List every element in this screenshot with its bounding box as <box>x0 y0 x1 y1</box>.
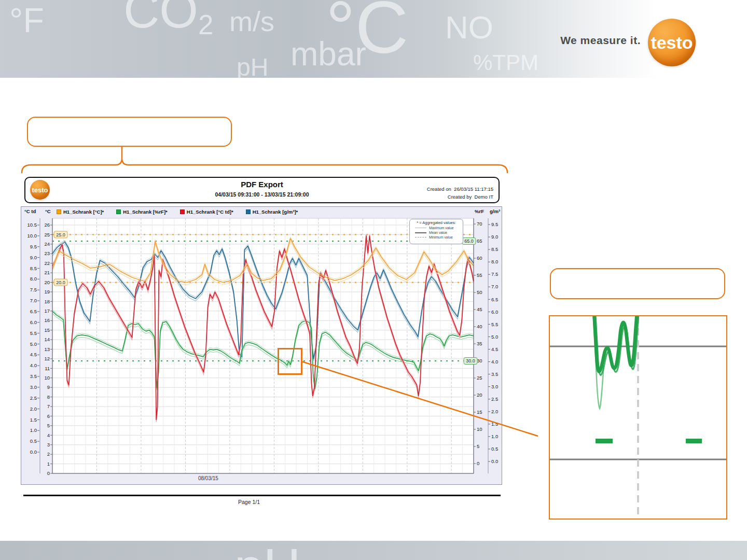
zoom-detail-box <box>549 315 727 520</box>
svg-text:15: 15 <box>477 409 482 415</box>
top-banner: °FCO2m/s°CNOmbarpH%TPM We measure it. te… <box>0 0 747 78</box>
svg-text:4.0: 4.0 <box>30 362 37 368</box>
svg-text:1: 1 <box>47 461 50 467</box>
svg-text:6: 6 <box>47 413 50 419</box>
svg-text:25: 25 <box>477 375 482 381</box>
max-line-sample <box>415 228 426 228</box>
empty-callout-box-right <box>550 268 725 299</box>
svg-text:5.0: 5.0 <box>30 341 37 347</box>
svg-text:7.5: 7.5 <box>30 287 37 292</box>
svg-text:0: 0 <box>47 470 50 476</box>
svg-text:0.0: 0.0 <box>491 458 498 464</box>
svg-text:7: 7 <box>47 403 50 409</box>
svg-text:16: 16 <box>44 317 50 323</box>
svg-text:1.0: 1.0 <box>30 427 37 433</box>
svg-text:5.0: 5.0 <box>491 334 498 340</box>
axis-caption-ctd: °C td <box>24 208 36 214</box>
svg-text:22: 22 <box>44 260 50 266</box>
svg-text:10: 10 <box>44 375 50 381</box>
legend-swatch <box>180 209 185 214</box>
axis-caption-rf: %rF <box>475 208 484 214</box>
legend-swatch <box>116 209 121 214</box>
unit-watermark: NO <box>445 11 493 44</box>
testo-logo: testo <box>648 19 696 66</box>
svg-text:65.0: 65.0 <box>464 239 474 244</box>
svg-text:26: 26 <box>44 222 50 228</box>
unit-watermark: CO2 <box>123 0 213 39</box>
created-by-line: Created by Demo IT <box>427 193 493 201</box>
svg-text:30: 30 <box>477 358 482 363</box>
zoom-region-highlight-box <box>278 348 302 375</box>
svg-text:0.5: 0.5 <box>30 438 37 444</box>
svg-text:9.0: 9.0 <box>30 255 37 260</box>
ph-watermark: pH <box>234 541 301 560</box>
svg-text:60: 60 <box>477 255 482 261</box>
svg-text:55: 55 <box>477 272 482 278</box>
svg-text:25.0: 25.0 <box>56 232 65 237</box>
mean-line-sample <box>415 232 426 233</box>
svg-text:8.5: 8.5 <box>491 246 498 252</box>
svg-text:7.5: 7.5 <box>491 271 498 277</box>
unit-watermark: pH <box>237 55 268 78</box>
inset-limit-dash <box>686 439 702 443</box>
svg-text:4.5: 4.5 <box>30 352 37 357</box>
svg-text:13: 13 <box>44 346 50 352</box>
svg-text:40: 40 <box>477 324 482 329</box>
svg-text:1.5: 1.5 <box>30 417 37 423</box>
legend-label: H1_Schrank [%rF]* <box>123 209 168 215</box>
svg-text:19: 19 <box>44 289 50 295</box>
unit-watermark: m/s <box>229 7 274 35</box>
pdf-created-info: Created on 26/03/15 11:17:15 Created by … <box>427 185 493 201</box>
svg-text:6.5: 6.5 <box>30 309 37 314</box>
inset-limit-dash <box>596 439 613 443</box>
svg-text:5: 5 <box>477 443 479 449</box>
svg-text:20: 20 <box>477 392 482 398</box>
created-on-line: Created on 26/03/15 11:17:15 <box>427 185 493 193</box>
svg-text:21: 21 <box>44 270 50 275</box>
svg-text:8.0: 8.0 <box>30 276 37 282</box>
svg-text:6.0: 6.0 <box>30 319 37 325</box>
svg-text:10: 10 <box>477 426 482 432</box>
svg-text:2.0: 2.0 <box>30 406 37 412</box>
axis-caption-c: °C <box>45 208 51 214</box>
svg-text:10.5: 10.5 <box>27 222 37 228</box>
unit-watermark: °F <box>9 3 44 37</box>
legend-item: H1_Schrank [g/m³]* <box>246 209 298 215</box>
svg-text:24: 24 <box>44 241 50 247</box>
min-line-sample <box>415 237 426 237</box>
svg-text:5.5: 5.5 <box>30 330 37 336</box>
chart-plot: 10.510.09.59.08.58.07.57.06.56.05.55.04.… <box>21 207 503 485</box>
svg-text:3.5: 3.5 <box>30 373 37 379</box>
svg-text:1.5: 1.5 <box>491 421 498 427</box>
svg-text:2.0: 2.0 <box>491 409 498 414</box>
svg-text:50: 50 <box>477 289 482 295</box>
brand-tagline: We measure it. <box>540 34 641 47</box>
svg-text:8: 8 <box>47 394 50 400</box>
aggregated-values-legend: * = Aggregated values: Maximum value Mea… <box>409 219 463 244</box>
svg-text:20.0: 20.0 <box>56 280 65 285</box>
svg-text:11: 11 <box>45 366 50 371</box>
pdf-header-box: testo PDF Export 04/03/15 09:31:00 - 13/… <box>24 177 500 203</box>
svg-text:20: 20 <box>44 279 50 285</box>
aggregated-legend-title: * = Aggregated values: <box>412 220 461 225</box>
chart-legend-row: °C td °C H1_Schrank [°C]*H1_Schrank [%rF… <box>21 208 502 215</box>
svg-text:30.0: 30.0 <box>466 358 475 363</box>
series-legend: H1_Schrank [°C]*H1_Schrank [%rF]*H1_Schr… <box>57 208 298 215</box>
svg-text:23: 23 <box>44 250 50 256</box>
svg-text:9.0: 9.0 <box>491 234 498 240</box>
svg-text:15: 15 <box>44 327 50 333</box>
svg-text:5.5: 5.5 <box>491 321 498 327</box>
svg-text:45: 45 <box>477 306 482 312</box>
svg-text:4: 4 <box>47 432 50 438</box>
svg-text:17: 17 <box>44 308 50 314</box>
legend-swatch <box>57 209 61 214</box>
svg-text:7.0: 7.0 <box>491 284 498 289</box>
svg-text:35: 35 <box>477 341 482 346</box>
legend-item: H1_Schrank [°C td]* <box>180 209 233 215</box>
axis-caption-g: g/m³ <box>490 208 500 214</box>
legend-label: H1_Schrank [g/m³]* <box>253 209 298 215</box>
svg-text:8.5: 8.5 <box>30 265 37 271</box>
svg-text:9.5: 9.5 <box>30 244 37 249</box>
testo-logo-text: testo <box>651 33 693 53</box>
svg-text:18: 18 <box>44 299 50 304</box>
